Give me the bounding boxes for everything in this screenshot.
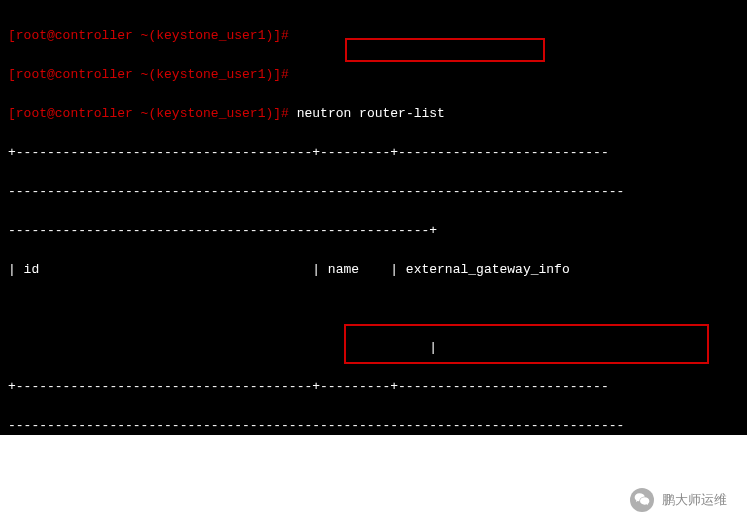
prompt-line: [root@controller ~(keystone_user1)]# bbox=[8, 65, 739, 85]
table-border: +--------------------------------------+… bbox=[8, 377, 739, 397]
prompt-line: [root@controller ~(keystone_user1)]# bbox=[8, 26, 739, 46]
shell-prompt: [root@controller ~(keystone_user1)]# bbox=[8, 28, 289, 43]
table-border: +--------------------------------------+… bbox=[8, 143, 739, 163]
table-header bbox=[8, 299, 739, 319]
shell-prompt: [root@controller ~(keystone_user1)]# bbox=[8, 67, 289, 82]
shell-prompt: [root@controller ~(keystone_user1)]# bbox=[8, 106, 289, 121]
table-header: | bbox=[8, 338, 739, 358]
watermark: 鹏大师运维 bbox=[630, 488, 727, 512]
command-text: neutron router-list bbox=[297, 106, 445, 121]
command-line: [root@controller ~(keystone_user1)]# neu… bbox=[8, 104, 739, 124]
table-border: ----------------------------------------… bbox=[8, 416, 739, 436]
watermark-text: 鹏大师运维 bbox=[662, 490, 727, 510]
table-header: | id | name | external_gateway_info bbox=[8, 260, 739, 280]
table-border: ----------------------------------------… bbox=[8, 455, 739, 475]
table-border: ----------------------------------------… bbox=[8, 221, 739, 241]
terminal-window[interactable]: [root@controller ~(keystone_user1)]# [ro… bbox=[0, 0, 747, 435]
table-border: ----------------------------------------… bbox=[8, 182, 739, 202]
wechat-icon bbox=[630, 488, 654, 512]
